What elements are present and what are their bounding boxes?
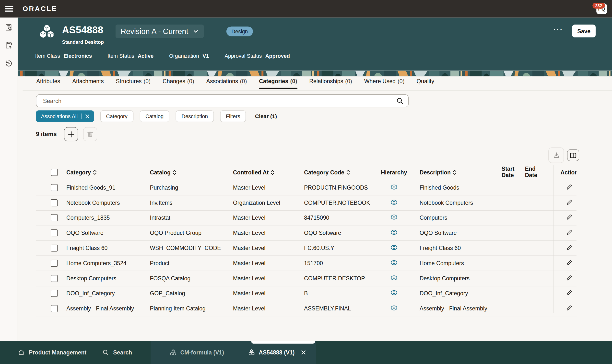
tab-attachments[interactable]: Attachments	[72, 78, 104, 89]
edit-pencil-icon[interactable]	[566, 274, 572, 281]
tab-count: (0)	[398, 78, 404, 84]
tab-relationships[interactable]: Relationships(0)	[309, 78, 353, 89]
column-header-start-date[interactable]: Start Date	[502, 166, 525, 179]
close-icon[interactable]	[85, 114, 90, 119]
items-count: 9 items	[36, 131, 57, 138]
cell-action	[553, 259, 576, 267]
column-header-label: Category Code	[304, 169, 350, 176]
row-checkbox[interactable]	[51, 305, 58, 312]
column-header-category[interactable]: Category	[66, 169, 150, 176]
close-icon[interactable]	[301, 350, 306, 355]
edit-pencil-icon[interactable]	[566, 259, 572, 266]
notification-badge: 232	[592, 2, 605, 9]
tab-bar: AttributesAttachmentsStructures(0)Change…	[36, 78, 435, 89]
sort-icon[interactable]	[173, 170, 176, 175]
column-header-label: Catalog	[150, 169, 176, 176]
cell-hierarchy	[379, 290, 420, 297]
row-checkbox[interactable]	[51, 214, 58, 221]
manage-columns-button[interactable]	[567, 149, 579, 161]
hierarchy-eye-icon[interactable]	[390, 260, 398, 266]
row-select-cell	[36, 290, 66, 297]
bottom-search-link[interactable]: Search	[102, 341, 132, 364]
sort-icon[interactable]	[93, 170, 97, 175]
chip-label: Associations All	[41, 113, 78, 119]
tab-associations[interactable]: Associations(0)	[206, 78, 247, 89]
download-button[interactable]	[548, 147, 564, 163]
cell-catalog: OQO Product Group	[150, 230, 233, 236]
cell-controlled-at: Master Level	[233, 230, 304, 236]
chip-filters[interactable]: Filters	[220, 110, 246, 122]
hierarchy-eye-icon[interactable]	[390, 229, 398, 235]
revision-selector[interactable]: Revision A - Current	[116, 25, 204, 38]
hierarchy-eye-icon[interactable]	[390, 214, 398, 220]
chip-associations-all[interactable]: Associations All	[36, 110, 94, 122]
edit-pencil-icon[interactable]	[566, 199, 572, 206]
item-search-icon[interactable]	[4, 23, 13, 32]
sort-icon[interactable]	[346, 170, 350, 175]
column-header-category-code[interactable]: Category Code	[304, 169, 379, 176]
tab-count: (0)	[345, 78, 352, 84]
row-checkbox[interactable]	[51, 199, 58, 206]
delete-row-button[interactable]	[83, 127, 97, 141]
hierarchy-eye-icon[interactable]	[390, 305, 398, 311]
tab-structures[interactable]: Structures(0)	[116, 78, 151, 89]
bottom-tab-as54888-v1[interactable]: AS54888 (V1)	[248, 341, 306, 364]
hamburger-menu-icon[interactable]	[5, 4, 13, 13]
cell-controlled-at: Master Level	[233, 275, 304, 282]
column-header-description[interactable]: Description	[420, 169, 502, 176]
cell-description: Notebook Computers	[420, 200, 502, 206]
edit-pencil-icon[interactable]	[566, 184, 572, 190]
row-select-cell	[36, 260, 66, 267]
meta-item-class: Item ClassElectronics	[35, 53, 92, 59]
row-checkbox[interactable]	[51, 245, 58, 252]
row-select-cell	[36, 229, 66, 236]
bottom-bar: Product Management Search CM-formula (V1…	[0, 341, 612, 364]
chip-category[interactable]: Category	[100, 110, 133, 122]
sort-icon[interactable]	[453, 170, 457, 175]
row-select-cell	[36, 184, 66, 191]
tab-where-used[interactable]: Where Used(0)	[364, 78, 405, 89]
cell-description: Finished Goods	[420, 184, 502, 191]
hierarchy-eye-icon[interactable]	[390, 184, 398, 190]
tab-quality[interactable]: Quality	[416, 78, 435, 89]
tab-attributes[interactable]: Attributes	[36, 78, 61, 89]
edit-pencil-icon[interactable]	[566, 244, 572, 251]
row-checkbox[interactable]	[51, 290, 58, 297]
row-checkbox[interactable]	[51, 260, 58, 267]
row-checkbox[interactable]	[51, 184, 58, 191]
column-header-controlled-at[interactable]: Controlled At	[233, 169, 304, 176]
search-icon[interactable]	[396, 97, 403, 104]
clipboard-upload-icon[interactable]	[4, 41, 13, 50]
cell-catalog: Product	[150, 260, 233, 266]
tab-count: (0)	[144, 78, 151, 84]
add-row-button[interactable]	[64, 127, 78, 141]
edit-pencil-icon[interactable]	[566, 214, 572, 221]
edit-pencil-icon[interactable]	[566, 229, 572, 235]
select-all-checkbox[interactable]	[51, 169, 58, 176]
bottom-tab-cm-formula-v1[interactable]: CM-formula (V1)	[170, 341, 224, 364]
column-header-catalog[interactable]: Catalog	[150, 169, 233, 176]
hierarchy-eye-icon[interactable]	[390, 275, 398, 281]
hierarchy-eye-icon[interactable]	[390, 199, 398, 205]
tab-divider	[23, 90, 612, 91]
row-checkbox[interactable]	[51, 275, 58, 282]
bottom-home-link[interactable]: Product Management	[18, 341, 86, 364]
edit-pencil-icon[interactable]	[566, 290, 572, 296]
hierarchy-eye-icon[interactable]	[390, 245, 398, 250]
row-select-cell	[36, 214, 66, 221]
cell-controlled-at: Master Level	[233, 290, 304, 297]
save-button[interactable]: Save	[572, 25, 596, 38]
history-icon[interactable]	[4, 59, 13, 68]
column-header-end-date[interactable]: End Date	[525, 166, 553, 179]
clear-filters-link[interactable]: Clear (1)	[255, 113, 277, 119]
edit-pencil-icon[interactable]	[566, 305, 572, 312]
chip-catalog[interactable]: Catalog	[140, 110, 169, 122]
hierarchy-eye-icon[interactable]	[390, 290, 398, 296]
tab-categories[interactable]: Categories(0)	[258, 78, 297, 89]
sort-icon[interactable]	[270, 170, 274, 175]
tab-changes[interactable]: Changes(0)	[162, 78, 195, 89]
more-actions-button[interactable]: ···	[554, 26, 563, 34]
row-checkbox[interactable]	[51, 229, 58, 236]
chip-description[interactable]: Description	[176, 110, 214, 122]
search-input[interactable]	[42, 97, 396, 104]
